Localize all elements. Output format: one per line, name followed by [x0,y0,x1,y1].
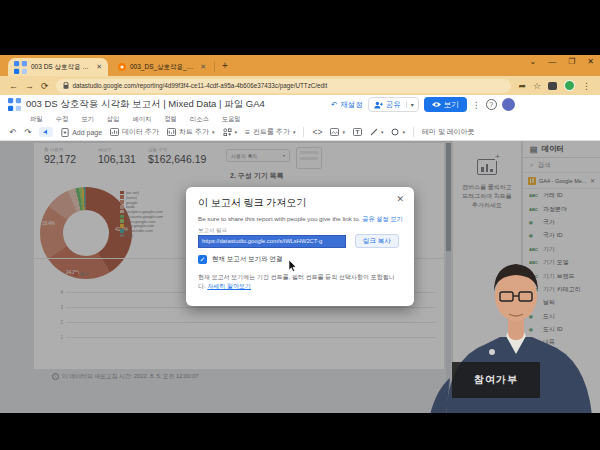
screenshot-root: 003 DS 상호작용 시각화 보고서 ✕ 003_DS_상호작용_시각화_보.… [0,0,600,450]
browser-tab-active[interactable]: 003 DS 상호작용 시각화 보고서 ✕ [8,58,108,76]
lock-icon [63,82,69,89]
menu-item[interactable]: 리소스 [190,115,209,124]
undo-icon: ↶ [331,100,337,109]
share-dropdown-caret[interactable]: ▾ [406,101,418,108]
report-title[interactable]: 003 DS 상호작용 시각화 보고서 | Mixed Data | 파일 GA… [26,98,326,111]
app-header: 003 DS 상호작용 시각화 보고서 | Mixed Data | 파일 GA… [0,95,600,114]
embed-button[interactable]: <> [312,127,322,137]
chevron-down-icon: ▾ [342,129,345,135]
image-tool-button[interactable]: ▾ [330,128,345,136]
forward-icon[interactable]: → [25,81,34,91]
side-panel-icon[interactable] [548,82,557,90]
reset-button[interactable]: ↶ 재설정 [331,100,363,110]
add-data-icon [110,128,119,136]
get-report-link-dialog: 이 보고서 링크 가져오기 ✕ Be sure to share this re… [186,187,414,306]
colab-favicon [118,63,126,71]
menu-item[interactable]: 도움말 [222,115,241,124]
tab-close-icon[interactable]: ✕ [96,63,102,71]
back-icon[interactable]: ← [9,81,18,91]
link-field-label: 보고서 링크 [198,227,227,234]
image-icon [330,128,339,136]
undo-button[interactable]: ↶ [9,127,16,137]
menu-bar: 파일수정보기삽입페이지정렬리소스도움말 [0,114,600,124]
menu-item[interactable]: 파일 [30,115,43,124]
shape-tool-button[interactable]: ▾ [391,128,405,136]
header-kebab-icon[interactable]: ⋮ [472,100,481,110]
datastudio-logo [8,98,21,111]
view-button[interactable]: 보기 [424,97,467,112]
letterbox-top [0,0,600,55]
tab-close-icon[interactable]: ✕ [200,63,206,71]
user-avatar[interactable] [502,98,515,111]
chevron-down-icon: ▾ [235,129,238,135]
text-box-icon [353,128,362,136]
link-row: https://datastudio.google.com/s/iWLsHW2C… [198,234,402,248]
line-tool-button[interactable]: ▾ [370,128,384,136]
copy-link-button[interactable]: 링크 복사 [355,234,399,248]
datastudio-favicon [14,61,27,74]
add-control-button[interactable]: ▾ [223,128,238,136]
chevron-down-icon: ▾ [293,129,296,135]
chevron-down-icon: ▾ [402,129,405,135]
text-tool-button[interactable] [353,128,362,136]
mouse-cursor-icon [288,260,297,272]
report-link-input[interactable]: https://datastudio.google.com/s/iWLsHW2C… [198,235,346,248]
menu-item[interactable]: 수정 [56,115,69,124]
add-control-labeled-button[interactable]: ≡ 컨트롤 추가 ▾ [245,127,295,137]
menu-item[interactable]: 페이지 [132,115,151,124]
lapel-mic-icon [489,349,495,355]
learn-more-link[interactable]: 자세히 알아보기 [207,283,251,289]
help-icon[interactable]: ? [486,99,497,110]
dialog-footnote: 현재 보고서 보기에는 기간 컨트롤, 필터 컨트롤 등의 선택사항이 포함됩니… [198,273,402,292]
add-chart-icon [167,128,176,136]
browser-tab-inactive[interactable]: 003_DS_상호작용_시각화_보... ✕ [112,58,212,76]
edit-toolbar: ↶ ↷ ➤ Add page 데이터 추가 차트 추가 ▾ ▾ ≡ [0,124,600,141]
link-to-view-checkbox-row[interactable]: ✓ 현재 보고서 보기와 연결 [198,255,282,264]
theme-layout-button[interactable]: 테마 및 레이아웃 [422,127,475,137]
eye-icon [432,101,441,108]
reload-icon[interactable]: ⟳ [41,81,49,91]
chevron-down-icon: ▾ [212,129,215,135]
window-minimize-icon[interactable]: — [548,57,556,66]
menu-item[interactable]: 삽입 [107,115,120,124]
menu-item[interactable]: 보기 [81,115,94,124]
dialog-title: 이 보고서 링크 가져오기 [198,196,306,210]
tab-title: 003 DS 상호작용 시각화 보고서 [31,63,92,72]
add-page-button[interactable]: Add page [61,128,102,137]
letterbox-bottom [0,413,600,450]
add-data-button[interactable]: 데이터 추가 [110,127,159,137]
control-icon: ≡ [245,127,250,137]
new-tab-button[interactable]: + [222,60,228,71]
shape-icon [391,128,399,136]
url-text: datastudio.google.com/reporting/4d99f3f4… [73,82,328,89]
browser-profile-avatar[interactable] [564,80,575,91]
sharing-settings-link[interactable]: 공유 설정 보기 [362,215,403,222]
video-caption: 참여가부 [452,362,540,398]
window-close-icon[interactable]: ✕ [587,57,594,66]
redo-button[interactable]: ↷ [24,127,31,137]
cursor-icon: ➤ [41,128,51,137]
close-icon[interactable]: ✕ [396,194,404,204]
browser-tab-bar: 003 DS 상호작용 시각화 보고서 ✕ 003_DS_상호작용_시각화_보.… [0,55,600,76]
browser-menu-kebab-icon[interactable]: ⋮ [582,81,591,91]
toolbar-divider [413,127,414,137]
bookmark-star-icon[interactable]: ☆ [533,81,541,91]
toolbar-divider [303,127,304,137]
chevron-down-icon: ▾ [381,129,384,135]
add-chart-button[interactable]: 차트 추가 ▾ [167,127,214,137]
tab-title: 003_DS_상호작용_시각화_보... [130,63,196,72]
menu-item[interactable]: 정렬 [164,115,177,124]
tab-divider [214,61,215,72]
checkbox-checked-icon[interactable]: ✓ [198,255,207,264]
window-maximize-icon[interactable]: ❐ [568,57,575,66]
browser-url-bar: ← → ⟳ datastudio.google.com/reporting/4d… [0,76,600,95]
share-page-icon[interactable]: ➦ [518,81,526,91]
line-icon [370,128,378,136]
add-page-icon [61,128,69,137]
person-add-icon [374,101,383,109]
window-chevron-icon[interactable]: ⌄ [529,57,536,66]
add-control-icon [223,128,232,136]
address-bar[interactable]: datastudio.google.com/reporting/4d99f3f4… [56,79,512,93]
select-tool-button[interactable]: ➤ [39,127,53,137]
share-button[interactable]: 공유 ▾ [368,97,419,112]
